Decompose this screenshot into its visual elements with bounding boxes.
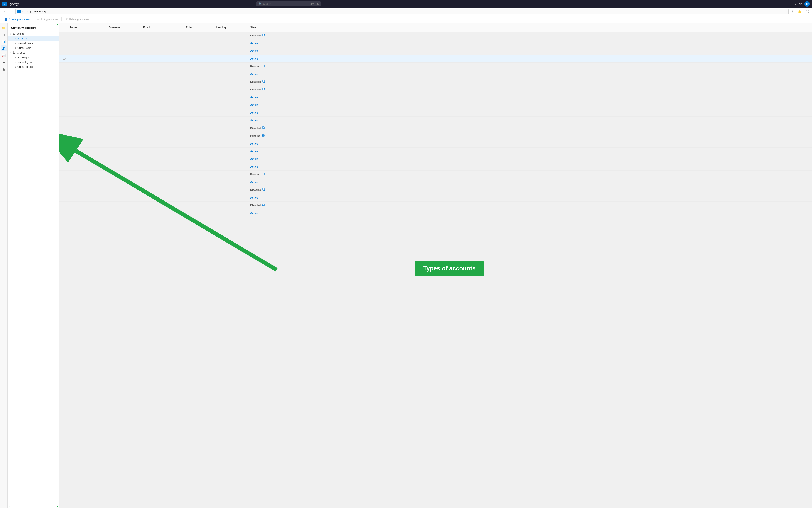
create-guest-button[interactable]: 👤 Create guest users [2, 17, 33, 22]
table-row[interactable]: Active [59, 117, 812, 124]
sidebar-item-chart[interactable]: 📊 [1, 39, 7, 45]
row-state: Active [250, 150, 809, 153]
tree-group-users[interactable]: ▾ Users [8, 32, 59, 36]
header-role-label: Role [186, 26, 192, 29]
download-icon[interactable]: ⬇ [790, 9, 795, 14]
svg-rect-18 [262, 127, 264, 128]
table-row[interactable]: Disabled [59, 124, 812, 132]
copy-icon[interactable] [262, 126, 265, 130]
tree-item-guest-groups[interactable]: ≡ Guest groups [8, 65, 59, 69]
chevron-down-icon: ▾ [10, 33, 11, 35]
table-row[interactable]: Disabled [59, 186, 812, 194]
sidebar-item-grid[interactable]: ⊞ [1, 32, 7, 38]
table-body[interactable]: DisabledActiveActiveActivePendingActiveD… [59, 32, 812, 508]
table-row[interactable]: Active [59, 39, 812, 47]
row-state: Disabled [250, 88, 809, 91]
header-email[interactable]: Email [143, 26, 186, 29]
table-row[interactable]: Active [59, 163, 812, 171]
header-name[interactable]: Name ↓ [70, 26, 109, 29]
svg-point-4 [4, 47, 5, 48]
svg-point-8 [14, 52, 15, 53]
sidebar-item-table[interactable]: ▦ [1, 66, 7, 72]
header-role[interactable]: Role [186, 26, 216, 29]
topbar: S Synergy 🔍 Cmd + S ? ⚙ JR [0, 0, 812, 8]
back-button[interactable]: ← [2, 9, 8, 14]
header-name-label: Name [70, 26, 77, 29]
search-input[interactable] [263, 2, 308, 5]
table-row[interactable]: Active [59, 101, 812, 109]
svg-rect-16 [262, 88, 264, 90]
table-row[interactable]: Active [59, 194, 812, 202]
table-row[interactable]: Pending [59, 171, 812, 178]
delete-guest-button[interactable]: 🗑 Delete guest user [63, 17, 91, 22]
table-row[interactable]: Active [59, 147, 812, 155]
sidebar-item-folder[interactable]: 📁 [1, 25, 7, 31]
search-icon: 🔍 [258, 2, 262, 5]
tree-item-all-users-label: All users [17, 37, 27, 40]
avatar[interactable]: JR [804, 1, 810, 7]
state-badge: Disabled [250, 80, 261, 83]
tree-section-groups: ▾ Groups ≡ All groups ≡ Internal groups [8, 50, 59, 69]
notification-icon[interactable]: 🔔 [796, 9, 803, 14]
sidebar-item-analytics[interactable]: 📈 [1, 52, 7, 58]
table-row[interactable]: Active [59, 93, 812, 101]
table-row[interactable]: Active [59, 140, 812, 147]
tree-item-guest-users[interactable]: ≡ Guest users [8, 46, 59, 50]
delete-guest-icon: 🗑 [65, 17, 68, 21]
state-badge: Active [250, 142, 258, 145]
copy-icon[interactable] [262, 88, 265, 91]
tree-item-internal-users[interactable]: ≡ Internal users [8, 41, 59, 46]
mail-icon[interactable] [261, 173, 265, 176]
copy-icon[interactable] [262, 188, 265, 192]
list-icon-internal-groups: ≡ [14, 61, 16, 64]
table-row[interactable]: Active [59, 155, 812, 163]
annotation-box: Types of accounts [415, 261, 484, 276]
expand-icon[interactable]: ⛶ [804, 9, 810, 14]
sidebar-item-cloud[interactable]: ☁ [1, 59, 7, 65]
table-row[interactable]: Pending [59, 132, 812, 140]
svg-rect-20 [262, 173, 265, 175]
sidebar-item-people[interactable] [1, 45, 7, 51]
chevron-down-icon-groups: ▾ [10, 52, 11, 54]
help-icon[interactable]: ? [795, 2, 796, 6]
row-state: Active [250, 96, 809, 99]
state-badge: Active [250, 181, 258, 184]
header-state[interactable]: State [250, 26, 809, 29]
toolbar-separator-2 [61, 17, 62, 22]
row-state: Active [250, 111, 809, 114]
copy-icon[interactable] [262, 80, 265, 84]
groups-group-icon [13, 51, 16, 54]
copy-icon[interactable] [262, 204, 265, 207]
tree-item-all-groups[interactable]: ≡ All groups [8, 55, 59, 60]
svg-rect-10 [262, 34, 264, 36]
table-row[interactable]: Active [59, 178, 812, 186]
row-checkbox[interactable] [62, 57, 70, 60]
row-state: Active [250, 196, 809, 199]
forward-button[interactable]: → [9, 9, 14, 14]
tree-item-all-users[interactable]: ≡ All users [8, 36, 59, 41]
settings-icon[interactable]: ⚙ [799, 2, 802, 6]
table-row[interactable]: Pending [59, 62, 812, 70]
table-row[interactable]: Disabled [59, 32, 812, 39]
search-box[interactable]: 🔍 Cmd + S [256, 1, 321, 6]
table-row[interactable]: Active [59, 109, 812, 117]
table-row[interactable]: Disabled [59, 86, 812, 93]
edit-guest-button[interactable]: ✏ Edit guest user [35, 17, 60, 22]
table-row[interactable]: Active [59, 70, 812, 78]
mail-icon[interactable] [261, 134, 265, 138]
tree-item-internal-groups[interactable]: ≡ Internal groups [8, 60, 59, 65]
tree-group-groups[interactable]: ▾ Groups [8, 50, 59, 55]
table-row[interactable]: Active [59, 47, 812, 55]
mail-icon[interactable] [261, 65, 265, 68]
table-row[interactable]: Disabled [59, 202, 812, 209]
table-row[interactable]: Active [59, 55, 812, 62]
header-lastlogin[interactable]: Last login [216, 26, 250, 29]
tree-groups-items: ≡ All groups ≡ Internal groups ≡ Guest g… [8, 55, 59, 69]
row-state: Pending [250, 65, 809, 68]
table-row[interactable]: Active [59, 209, 812, 217]
table-row[interactable]: Disabled [59, 78, 812, 86]
row-state: Active [250, 119, 809, 122]
header-state-label: State [250, 26, 256, 29]
header-surname[interactable]: Surname [109, 26, 143, 29]
copy-icon[interactable] [262, 34, 265, 37]
